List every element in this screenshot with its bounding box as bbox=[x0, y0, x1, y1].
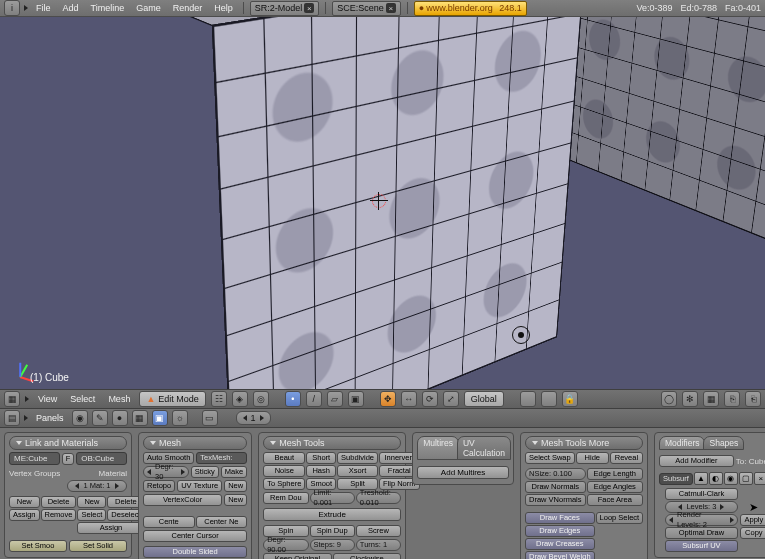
expand-header-icon[interactable] bbox=[24, 5, 28, 11]
expand-header-icon[interactable] bbox=[24, 415, 28, 421]
rotate-manip-icon[interactable]: ⟳ bbox=[422, 391, 438, 407]
screen-selector[interactable]: SR:2-Model× bbox=[250, 1, 320, 16]
clockwise-toggle[interactable]: Clockwise bbox=[333, 553, 402, 559]
keeporig-toggle[interactable]: Keep Original bbox=[263, 553, 332, 559]
tab-shapes[interactable]: Shapes bbox=[703, 436, 744, 450]
context-scene-icon[interactable]: ☼ bbox=[172, 410, 188, 426]
reveal-button[interactable]: Reveal bbox=[610, 452, 643, 464]
vcol-button[interactable]: VertexColor bbox=[143, 494, 222, 506]
lock-layers-icon[interactable]: 🔒 bbox=[562, 391, 578, 407]
hash-button[interactable]: Hash bbox=[306, 465, 336, 477]
uvtex-button[interactable]: UV Texture bbox=[177, 480, 222, 492]
turns-field[interactable]: Turns: 1 bbox=[356, 539, 401, 551]
shading-menu-icon[interactable]: ☷ bbox=[211, 391, 227, 407]
mod-view-icon[interactable]: ◉ bbox=[724, 472, 738, 485]
vcol-new-button[interactable]: New bbox=[224, 494, 247, 506]
manipulator-toggle-icon[interactable]: ✥ bbox=[380, 391, 396, 407]
edgelen-toggle[interactable]: Edge Length bbox=[587, 468, 643, 480]
degr-field[interactable]: Degr: 90.00 bbox=[263, 539, 308, 551]
tab-uvcalc[interactable]: UV Calculation bbox=[457, 436, 511, 460]
decrement-icon[interactable] bbox=[243, 415, 247, 421]
mod-render-icon[interactable]: ◐ bbox=[709, 472, 723, 485]
mode-selector[interactable]: ▲Edit Mode bbox=[139, 391, 205, 407]
drawnormals-toggle[interactable]: Draw Normals bbox=[525, 481, 586, 493]
center-button[interactable]: Cente bbox=[143, 516, 195, 528]
modifier-name-field[interactable]: Subsurf bbox=[659, 473, 693, 485]
context-object-icon[interactable]: ▦ bbox=[132, 410, 148, 426]
optimal-draw-toggle[interactable]: Optimal Draw bbox=[665, 527, 738, 539]
double-sided-toggle[interactable]: Double Sided bbox=[143, 546, 247, 558]
degr-field[interactable]: Degr: 30 bbox=[143, 466, 189, 478]
panel-title[interactable]: Mesh Tools bbox=[263, 436, 401, 450]
context-logic-icon[interactable]: ◉ bbox=[72, 410, 88, 426]
mod-up-icon[interactable]: ▲ bbox=[694, 472, 708, 485]
mat-slot[interactable]: 1 Mat: 1 bbox=[67, 480, 127, 492]
copy-button[interactable]: Copy bbox=[740, 527, 765, 539]
spindup-button[interactable]: Spin Dup bbox=[310, 525, 355, 537]
mod-cage-icon[interactable]: ▢ bbox=[739, 472, 753, 485]
tab-multires[interactable]: Multires bbox=[417, 436, 459, 460]
facearea-toggle[interactable]: Face Area bbox=[587, 494, 643, 506]
clear-icon[interactable]: × bbox=[386, 3, 396, 13]
window-type-icon[interactable]: ▦ bbox=[4, 391, 20, 407]
vg-assign-button[interactable]: Assign bbox=[9, 509, 40, 521]
context-script-icon[interactable]: ✎ bbox=[92, 410, 108, 426]
menu-file[interactable]: File bbox=[32, 2, 55, 14]
short-button[interactable]: Short bbox=[306, 452, 336, 464]
me-field[interactable]: ME:Cube bbox=[9, 452, 60, 465]
threshold-field[interactable]: Treshold: 0.010 bbox=[356, 492, 401, 504]
selswap-button[interactable]: Select Swap bbox=[525, 452, 575, 464]
sticky-button[interactable]: Sticky bbox=[191, 466, 219, 478]
vg-new-button[interactable]: New bbox=[9, 496, 40, 508]
render-preview-icon[interactable]: ▦ bbox=[703, 391, 719, 407]
sel-face-icon[interactable]: ▱ bbox=[327, 391, 343, 407]
sel-vertex-icon[interactable]: • bbox=[285, 391, 301, 407]
tosphere-button[interactable]: To Sphere bbox=[263, 478, 305, 490]
vg-delete-button[interactable]: Delete bbox=[41, 496, 77, 508]
menu-add[interactable]: Add bbox=[59, 2, 83, 14]
pivot-menu-icon[interactable]: ◎ bbox=[253, 391, 269, 407]
clear-icon[interactable]: × bbox=[304, 3, 314, 13]
layer-btn-2[interactable] bbox=[541, 391, 557, 407]
screw-button[interactable]: Screw bbox=[356, 525, 401, 537]
ob-field[interactable]: OB:Cube bbox=[76, 452, 127, 465]
subdivide-button[interactable]: Subdivide bbox=[337, 452, 378, 464]
vg-remove-button[interactable]: Remove bbox=[41, 509, 77, 521]
subsurf-type-menu[interactable]: Catmull-Clark bbox=[665, 488, 738, 500]
noise-button[interactable]: Noise bbox=[263, 465, 305, 477]
xsort-button[interactable]: Xsort bbox=[337, 465, 378, 477]
uv-new-button[interactable]: New bbox=[224, 480, 247, 492]
3d-viewport[interactable]: (1) Cube bbox=[0, 17, 765, 389]
beauty-button[interactable]: Beaut bbox=[263, 452, 305, 464]
f-button[interactable]: F bbox=[62, 453, 75, 465]
sel-edge-icon[interactable]: / bbox=[306, 391, 322, 407]
edgeangles-toggle[interactable]: Edge Angles bbox=[587, 481, 643, 493]
menu-select[interactable]: Select bbox=[66, 393, 99, 405]
paste-icon[interactable]: ⎗ bbox=[745, 391, 761, 407]
subcontext-icon[interactable]: ▭ bbox=[202, 410, 218, 426]
scale-manip-icon[interactable]: ⤢ bbox=[443, 391, 459, 407]
menu-help[interactable]: Help bbox=[210, 2, 237, 14]
expand-header-icon[interactable] bbox=[25, 396, 29, 402]
layer-btn-1[interactable] bbox=[520, 391, 536, 407]
mod-delete-icon[interactable]: × bbox=[754, 472, 765, 485]
context-editing-icon[interactable]: ▣ bbox=[152, 410, 168, 426]
copy-icon[interactable]: ⎘ bbox=[724, 391, 740, 407]
drawedges-toggle[interactable]: Draw Edges bbox=[525, 525, 595, 537]
menu-mesh[interactable]: Mesh bbox=[104, 393, 134, 405]
make-button[interactable]: Make bbox=[221, 466, 247, 478]
snap-icon[interactable]: ✻ bbox=[682, 391, 698, 407]
add-multires-button[interactable]: Add Multires bbox=[417, 466, 509, 479]
limit-field[interactable]: Limit: 0.001 bbox=[310, 492, 355, 504]
tab-modifiers[interactable]: Modifiers bbox=[659, 436, 705, 450]
loopselect-button[interactable]: Loop Select bbox=[596, 512, 644, 524]
set-smooth-button[interactable]: Set Smoo bbox=[9, 540, 67, 552]
remdouble-button[interactable]: Rem Dou bbox=[263, 492, 308, 504]
drawvnormals-toggle[interactable]: Draw VNormals bbox=[525, 494, 586, 506]
context-shading-icon[interactable]: ● bbox=[112, 410, 128, 426]
panel-title[interactable]: Link and Materials bbox=[9, 436, 127, 450]
orientation-selector[interactable]: Global bbox=[464, 391, 504, 407]
mat-new-button[interactable]: New bbox=[77, 496, 106, 508]
menu-render[interactable]: Render bbox=[169, 2, 207, 14]
center-cursor-button[interactable]: Center Cursor bbox=[143, 530, 247, 542]
